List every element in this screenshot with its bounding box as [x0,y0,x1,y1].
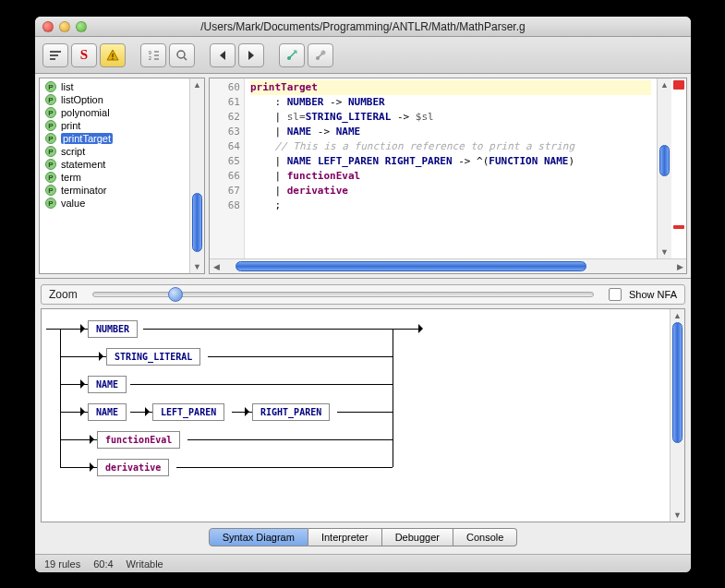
code-editor[interactable]: 606162636465666768 printTarget : NUMBER … [209,78,687,274]
svg-rect-2 [50,58,55,60]
tab-interpreter[interactable]: Interpreter [308,528,382,546]
status-mode: Writable [127,558,163,570]
rule-label: script [61,146,85,157]
status-rules: 19 rules [44,558,80,570]
scroll-up-icon[interactable]: ▲ [671,309,684,322]
zoom-knob[interactable] [168,287,183,302]
parser-rule-icon: P [45,120,56,131]
rule-item-polynomial[interactable]: Ppolynomial [40,106,189,119]
svg-rect-1 [50,54,58,56]
parser-rule-icon: P [45,107,56,118]
tab-syntax-diagram[interactable]: Syntax Diagram [209,528,308,546]
rule-label: value [61,198,85,209]
rule-item-list[interactable]: Plist [40,80,189,93]
svg-rect-0 [50,51,61,53]
diagram-node-RIGHT_PAREN[interactable]: RIGHT_PAREN [252,403,330,421]
back-button[interactable] [210,43,236,67]
diagram-node-STRING_LITERAL[interactable]: STRING_LITERAL [106,348,200,366]
zoom-label: Zoom [49,288,78,301]
svg-line-11 [184,57,187,60]
zoom-bar: Zoom Show NFA [41,284,685,305]
show-nfa-checkbox[interactable] [609,288,622,301]
scroll-thumb[interactable] [659,145,670,175]
parser-rule-icon: P [45,146,56,157]
scroll-left-icon[interactable]: ◀ [210,259,223,273]
rule-item-printTarget[interactable]: PprintTarget [40,132,189,145]
code-area[interactable]: printTarget : NUMBER -> NUMBER | sl=STRI… [245,78,657,258]
rule-item-term[interactable]: Pterm [40,171,189,184]
window-title: /Users/Mark/Documents/Programming/ANTLR/… [35,20,691,33]
scroll-thumb[interactable] [236,261,586,271]
rule-item-script[interactable]: Pscript [40,145,189,158]
rule-label: printTarget [61,133,113,144]
s-button[interactable]: S [71,43,97,67]
rule-item-terminator[interactable]: Pterminator [40,184,189,197]
forward-button[interactable] [238,43,264,67]
diagram-node-functionEval[interactable]: functionEval [97,431,180,449]
warn-button[interactable] [100,43,126,67]
diagram-node-LEFT_PAREN[interactable]: LEFT_PAREN [152,403,224,421]
minimize-icon[interactable] [59,21,70,32]
rule-label: polynomial [61,107,110,118]
diagram-node-NUMBER[interactable]: NUMBER [88,320,138,338]
scroll-right-icon[interactable]: ▶ [673,259,686,273]
zoom-slider[interactable] [92,292,594,297]
status-bar: 19 rules 60:4 Writable [35,554,691,572]
parser-rule-icon: P [45,172,56,183]
error-marker[interactable] [673,80,684,90]
rule-list[interactable]: PlistPlistOptionPpolynomialPprintPprintT… [39,78,205,274]
syntax-diagram[interactable]: NUMBERSTRING_LITERALNAMENAMELEFT_PARENRI… [42,309,670,522]
close-icon[interactable] [42,21,54,32]
tab-row: Syntax DiagramInterpreterDebuggerConsole [41,526,685,548]
svg-text:2: 2 [149,55,151,61]
rule-label: list [61,81,73,92]
zoom-icon[interactable] [76,21,87,32]
rule-label: print [61,120,80,131]
parser-rule-icon: P [45,198,56,209]
svg-rect-4 [112,58,113,59]
rule-label: term [61,172,81,183]
tab-debugger[interactable]: Debugger [382,528,453,546]
diagram-node-NAME[interactable]: NAME [88,403,127,421]
scroll-thumb[interactable] [672,322,683,443]
show-nfa-label: Show NFA [629,289,677,300]
rule-list-scrollbar[interactable]: ▲ ▼ [189,78,204,273]
run-button[interactable] [279,43,305,67]
scroll-down-icon[interactable]: ▼ [190,260,204,273]
sort-button[interactable] [42,43,68,67]
line-gutter: 606162636465666768 [210,78,245,258]
diagram-node-derivative[interactable]: derivative [97,459,169,476]
line-numbers-button[interactable]: 92 [140,43,166,67]
scroll-up-icon[interactable]: ▲ [190,78,204,91]
rule-item-print[interactable]: Pprint [40,119,189,132]
parser-rule-icon: P [45,159,56,170]
svg-point-10 [177,51,185,58]
parser-rule-icon: P [45,94,56,105]
editor-vscroll[interactable]: ▲ ▼ [657,78,671,258]
marker-strip [671,78,686,258]
titlebar: /Users/Mark/Documents/Programming/ANTLR/… [35,17,691,37]
s-icon: S [80,47,88,63]
rule-item-statement[interactable]: Pstatement [40,158,189,171]
parser-rule-icon: P [45,133,56,144]
tab-console[interactable]: Console [453,528,517,546]
debug-button[interactable] [308,43,333,67]
parser-rule-icon: P [45,185,56,196]
diagram-vscroll[interactable]: ▲ ▼ [670,309,684,522]
toolbar: S 92 [35,37,691,74]
rule-item-listOption[interactable]: PlistOption [40,93,189,106]
scroll-down-icon[interactable]: ▼ [658,246,671,258]
status-pos: 60:4 [93,558,113,570]
search-button[interactable] [169,43,195,67]
parser-rule-icon: P [45,81,56,92]
rule-label: statement [61,159,105,170]
diagram-node-NAME[interactable]: NAME [88,376,127,393]
error-marker[interactable] [673,225,684,229]
scroll-up-icon[interactable]: ▲ [658,78,671,91]
editor-hscroll[interactable]: ◀ ▶ [210,258,686,273]
rule-item-value[interactable]: Pvalue [40,197,189,210]
svg-rect-3 [112,54,113,57]
scroll-thumb[interactable] [192,193,202,252]
rule-label: terminator [61,185,107,196]
scroll-down-icon[interactable]: ▼ [671,509,684,522]
